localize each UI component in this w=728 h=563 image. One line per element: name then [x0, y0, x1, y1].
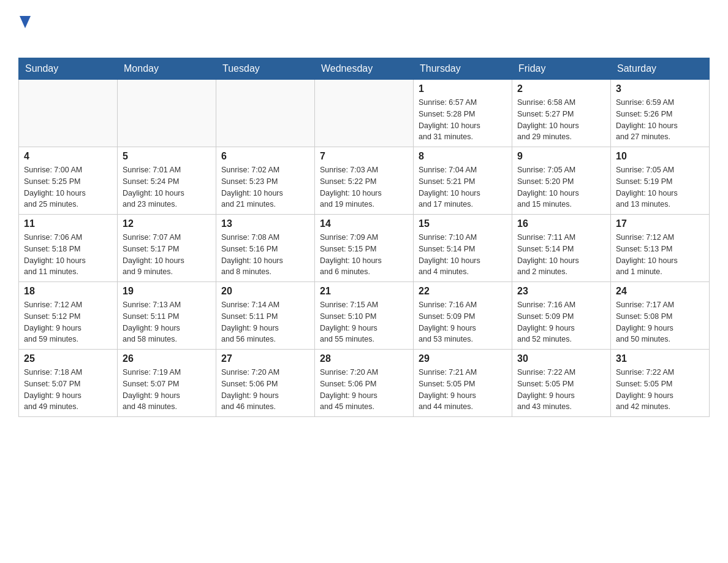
calendar-cell: 8Sunrise: 7:04 AMSunset: 5:21 PMDaylight… [414, 147, 512, 215]
day-number: 21 [320, 286, 408, 297]
calendar-cell: 2Sunrise: 6:58 AMSunset: 5:27 PMDaylight… [512, 80, 611, 147]
day-info: Sunrise: 7:06 AMSunset: 5:18 PMDaylight:… [24, 232, 112, 278]
calendar-cell [315, 80, 414, 147]
calendar-cell: 19Sunrise: 7:13 AMSunset: 5:11 PMDayligh… [118, 282, 216, 350]
day-info: Sunrise: 7:19 AMSunset: 5:07 PMDaylight:… [123, 367, 211, 413]
day-info: Sunrise: 7:01 AMSunset: 5:24 PMDaylight:… [123, 164, 211, 210]
day-number: 22 [419, 286, 507, 297]
day-info: Sunrise: 7:22 AMSunset: 5:05 PMDaylight:… [616, 367, 704, 413]
day-info: Sunrise: 7:16 AMSunset: 5:09 PMDaylight:… [419, 299, 507, 345]
calendar-cell: 11Sunrise: 7:06 AMSunset: 5:18 PMDayligh… [19, 215, 118, 282]
day-info: Sunrise: 7:05 AMSunset: 5:19 PMDaylight:… [616, 164, 704, 210]
day-number: 20 [221, 286, 309, 297]
day-info: Sunrise: 7:14 AMSunset: 5:11 PMDaylight:… [221, 299, 309, 345]
day-info: Sunrise: 7:10 AMSunset: 5:14 PMDaylight:… [419, 232, 507, 278]
weekday-header-sunday: Sunday [19, 58, 118, 80]
day-number: 13 [221, 218, 309, 229]
weekday-header-friday: Friday [512, 58, 611, 80]
day-info: Sunrise: 7:21 AMSunset: 5:05 PMDaylight:… [419, 367, 507, 413]
day-info: Sunrise: 7:05 AMSunset: 5:20 PMDaylight:… [517, 164, 605, 210]
calendar-cell [118, 80, 216, 147]
day-info: Sunrise: 7:18 AMSunset: 5:07 PMDaylight:… [24, 367, 112, 413]
day-number: 27 [221, 353, 309, 364]
day-number: 17 [616, 218, 704, 229]
calendar-cell: 20Sunrise: 7:14 AMSunset: 5:11 PMDayligh… [216, 282, 315, 350]
day-number: 25 [24, 353, 112, 364]
day-number: 9 [517, 151, 605, 162]
calendar-cell: 5Sunrise: 7:01 AMSunset: 5:24 PMDaylight… [118, 147, 216, 215]
calendar-cell: 3Sunrise: 6:59 AMSunset: 5:26 PMDaylight… [611, 80, 710, 147]
day-info: Sunrise: 7:11 AMSunset: 5:14 PMDaylight:… [517, 232, 605, 278]
day-info: Sunrise: 6:57 AMSunset: 5:28 PMDaylight:… [419, 97, 507, 143]
day-number: 28 [320, 353, 408, 364]
day-info: Sunrise: 7:08 AMSunset: 5:16 PMDaylight:… [221, 232, 309, 278]
day-info: Sunrise: 7:07 AMSunset: 5:17 PMDaylight:… [123, 232, 211, 278]
calendar-cell: 25Sunrise: 7:18 AMSunset: 5:07 PMDayligh… [19, 350, 118, 417]
calendar-cell: 4Sunrise: 7:00 AMSunset: 5:25 PMDaylight… [19, 147, 118, 215]
day-number: 15 [419, 218, 507, 229]
day-info: Sunrise: 7:09 AMSunset: 5:15 PMDaylight:… [320, 232, 408, 278]
calendar-cell: 15Sunrise: 7:10 AMSunset: 5:14 PMDayligh… [414, 215, 512, 282]
day-info: Sunrise: 7:00 AMSunset: 5:25 PMDaylight:… [24, 164, 112, 210]
weekday-header-monday: Monday [118, 58, 216, 80]
day-number: 10 [616, 151, 704, 162]
day-number: 5 [123, 151, 211, 162]
day-number: 31 [616, 353, 704, 364]
calendar-cell: 28Sunrise: 7:20 AMSunset: 5:06 PMDayligh… [315, 350, 414, 417]
calendar-cell: 24Sunrise: 7:17 AMSunset: 5:08 PMDayligh… [611, 282, 710, 350]
calendar-week-row: 18Sunrise: 7:12 AMSunset: 5:12 PMDayligh… [19, 282, 710, 350]
day-info: Sunrise: 7:03 AMSunset: 5:22 PMDaylight:… [320, 164, 408, 210]
day-info: Sunrise: 7:20 AMSunset: 5:06 PMDaylight:… [221, 367, 309, 413]
day-number: 14 [320, 218, 408, 229]
day-number: 24 [616, 286, 704, 297]
day-number: 7 [320, 151, 408, 162]
calendar-week-row: 11Sunrise: 7:06 AMSunset: 5:18 PMDayligh… [19, 215, 710, 282]
day-number: 6 [221, 151, 309, 162]
calendar-week-row: 4Sunrise: 7:00 AMSunset: 5:25 PMDaylight… [19, 147, 710, 215]
calendar-cell: 23Sunrise: 7:16 AMSunset: 5:09 PMDayligh… [512, 282, 611, 350]
day-info: Sunrise: 6:58 AMSunset: 5:27 PMDaylight:… [517, 97, 605, 143]
calendar-cell: 18Sunrise: 7:12 AMSunset: 5:12 PMDayligh… [19, 282, 118, 350]
logo [18, 12, 31, 45]
day-number: 3 [616, 83, 704, 94]
day-info: Sunrise: 7:15 AMSunset: 5:10 PMDaylight:… [320, 299, 408, 345]
day-info: Sunrise: 7:22 AMSunset: 5:05 PMDaylight:… [517, 367, 605, 413]
day-number: 11 [24, 218, 112, 229]
calendar-cell: 27Sunrise: 7:20 AMSunset: 5:06 PMDayligh… [216, 350, 315, 417]
page-header [18, 12, 710, 45]
day-info: Sunrise: 7:16 AMSunset: 5:09 PMDaylight:… [517, 299, 605, 345]
calendar-cell: 6Sunrise: 7:02 AMSunset: 5:23 PMDaylight… [216, 147, 315, 215]
weekday-header-saturday: Saturday [611, 58, 710, 80]
calendar-cell [19, 80, 118, 147]
calendar-cell: 14Sunrise: 7:09 AMSunset: 5:15 PMDayligh… [315, 215, 414, 282]
calendar-cell: 29Sunrise: 7:21 AMSunset: 5:05 PMDayligh… [414, 350, 512, 417]
day-number: 19 [123, 286, 211, 297]
weekday-header-wednesday: Wednesday [315, 58, 414, 80]
day-info: Sunrise: 7:04 AMSunset: 5:21 PMDaylight:… [419, 164, 507, 210]
day-number: 4 [24, 151, 112, 162]
calendar-table: SundayMondayTuesdayWednesdayThursdayFrid… [18, 58, 710, 417]
day-info: Sunrise: 6:59 AMSunset: 5:26 PMDaylight:… [616, 97, 704, 143]
calendar-cell: 16Sunrise: 7:11 AMSunset: 5:14 PMDayligh… [512, 215, 611, 282]
calendar-cell: 12Sunrise: 7:07 AMSunset: 5:17 PMDayligh… [118, 215, 216, 282]
calendar-cell: 1Sunrise: 6:57 AMSunset: 5:28 PMDaylight… [414, 80, 512, 147]
day-info: Sunrise: 7:12 AMSunset: 5:12 PMDaylight:… [24, 299, 112, 345]
day-info: Sunrise: 7:12 AMSunset: 5:13 PMDaylight:… [616, 232, 704, 278]
day-number: 18 [24, 286, 112, 297]
day-info: Sunrise: 7:20 AMSunset: 5:06 PMDaylight:… [320, 367, 408, 413]
day-info: Sunrise: 7:13 AMSunset: 5:11 PMDaylight:… [123, 299, 211, 345]
weekday-header-tuesday: Tuesday [216, 58, 315, 80]
day-number: 26 [123, 353, 211, 364]
calendar-header-row: SundayMondayTuesdayWednesdayThursdayFrid… [19, 58, 710, 80]
svg-marker-0 [20, 16, 31, 28]
calendar-cell: 17Sunrise: 7:12 AMSunset: 5:13 PMDayligh… [611, 215, 710, 282]
logo-arrow-icon [20, 16, 31, 28]
calendar-week-row: 25Sunrise: 7:18 AMSunset: 5:07 PMDayligh… [19, 350, 710, 417]
day-info: Sunrise: 7:02 AMSunset: 5:23 PMDaylight:… [221, 164, 309, 210]
calendar-week-row: 1Sunrise: 6:57 AMSunset: 5:28 PMDaylight… [19, 80, 710, 147]
day-number: 1 [419, 83, 507, 94]
calendar-cell: 30Sunrise: 7:22 AMSunset: 5:05 PMDayligh… [512, 350, 611, 417]
day-number: 2 [517, 83, 605, 94]
calendar-cell: 26Sunrise: 7:19 AMSunset: 5:07 PMDayligh… [118, 350, 216, 417]
calendar-cell [216, 80, 315, 147]
